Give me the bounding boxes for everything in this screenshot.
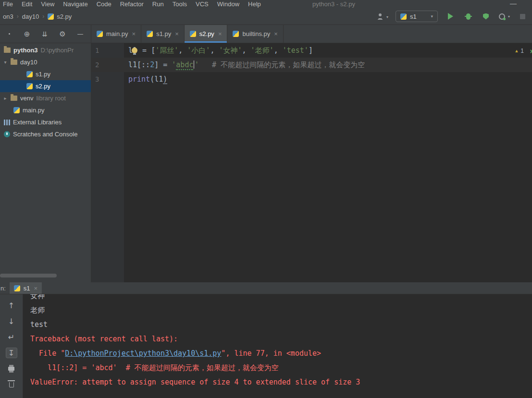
- close-highlight-icon[interactable]: ×: [530, 48, 532, 55]
- code-line[interactable]: 2l1[::2] = 'abdc' # 不能超过间隔的元素，如果超过，就会变为空: [91, 58, 532, 72]
- trash-button[interactable]: [7, 379, 16, 390]
- tree-item-python3[interactable]: python3D:\pythonPr: [0, 44, 91, 56]
- stop-button[interactable]: [518, 11, 527, 22]
- inspections-widget[interactable]: ▲ 1: [514, 48, 524, 54]
- close-icon[interactable]: ×: [175, 30, 179, 37]
- tab-s1-py[interactable]: s1.py×: [141, 25, 185, 43]
- tree-item-label: Scratches and Console: [13, 131, 77, 138]
- text-segment: ,: [178, 46, 187, 55]
- run-config-select[interactable]: s1 ▾: [396, 11, 438, 22]
- close-icon[interactable]: ×: [274, 30, 278, 37]
- lightbulb-icon[interactable]: [132, 48, 137, 53]
- text-segment: '老师': [251, 46, 274, 55]
- run-button[interactable]: [445, 11, 455, 22]
- coverage-button[interactable]: [481, 11, 491, 22]
- menu-refactor[interactable]: Refactor: [116, 0, 148, 8]
- editor[interactable]: 1l1 = ['屌丝', '小白', '女神', '老师', 'test']2l…: [91, 43, 532, 282]
- text-segment: ,: [242, 46, 251, 55]
- text-segment: ", line 77, in <module>: [221, 349, 321, 358]
- tree-item-suffix: library root: [36, 95, 65, 102]
- menu-vcs[interactable]: VCS: [191, 0, 213, 8]
- breadcrumb-item[interactable]: day10: [20, 12, 41, 21]
- tree-item-scratches-and-console[interactable]: Scratches and Console: [0, 128, 91, 140]
- menu-help[interactable]: Help: [244, 0, 265, 8]
- menu-bar: FileEditViewNavigateCodeRefactorRunTools…: [0, 0, 532, 8]
- soft-wrap-button[interactable]: [7, 332, 16, 342]
- console-toolbar: [0, 294, 23, 398]
- user-button[interactable]: [377, 11, 388, 22]
- collapse-all-icon: [42, 30, 48, 38]
- console-line: File "D:\pythonProject\python3\day10\s1.…: [30, 346, 532, 361]
- arrow-down-icon: [8, 317, 14, 326]
- collapse-all-button[interactable]: [40, 29, 49, 39]
- menu-items: FileEditViewNavigateCodeRefactorRunTools…: [0, 0, 265, 8]
- hide-button[interactable]: [75, 29, 85, 39]
- menu-edit[interactable]: Edit: [17, 0, 37, 8]
- text-segment: 2: [150, 60, 154, 69]
- arrow-down-button[interactable]: [7, 316, 16, 326]
- console-line: 老师: [30, 303, 532, 317]
- tree-item-label: s2.py: [36, 83, 50, 90]
- tree-item-day10[interactable]: ▾day10: [0, 56, 91, 68]
- tab-main-py[interactable]: main.py×: [91, 25, 141, 43]
- line-number: 2: [91, 58, 124, 72]
- tab-s2-py[interactable]: s2.py×: [185, 25, 228, 43]
- warning-icon: ▲: [514, 48, 519, 53]
- tree-item-s1-py[interactable]: s1.py: [0, 68, 91, 80]
- console-line: test: [30, 317, 532, 332]
- text-segment: ValueError: attempt to assign sequence o…: [30, 378, 360, 386]
- arrow-up-button[interactable]: [7, 300, 16, 311]
- close-icon[interactable]: ×: [34, 285, 38, 292]
- breadcrumb-item[interactable]: on3: [0, 12, 16, 21]
- folder-icon: [11, 60, 17, 65]
- horizontal-scrollbar[interactable]: [0, 274, 57, 277]
- breadcrumb-item[interactable]: s2.py: [45, 12, 74, 21]
- menu-file[interactable]: File: [0, 0, 17, 8]
- folder-icon: [4, 48, 11, 53]
- tree-item-main-py[interactable]: main.py: [0, 104, 91, 116]
- profiler-button[interactable]: [499, 11, 509, 22]
- code-line[interactable]: 3print(l1): [91, 72, 532, 86]
- chevron-down-icon[interactable]: ▾: [3, 60, 8, 65]
- close-icon[interactable]: ×: [132, 30, 136, 37]
- python-icon: [400, 13, 407, 20]
- locate-icon: [24, 30, 30, 38]
- menu-code[interactable]: Code: [92, 0, 116, 8]
- menu-navigate[interactable]: Navigate: [59, 0, 92, 8]
- tree-item-external-libraries[interactable]: External Libraries: [0, 116, 91, 128]
- text-segment: '女神': [219, 46, 242, 55]
- text-segment: (l1: [150, 75, 163, 84]
- settings-button[interactable]: [58, 29, 67, 39]
- hide-icon: [77, 30, 84, 37]
- tree-item-label: python3: [13, 47, 38, 54]
- print-button[interactable]: [7, 363, 16, 374]
- chevron-right-icon[interactable]: ▸: [3, 96, 8, 101]
- text-segment: # 不能超过间隔的元素，如果超过，就会变为空: [212, 60, 365, 69]
- scroll-end-button[interactable]: [6, 348, 17, 358]
- run-panel-tabs: n: s1 ×: [0, 282, 532, 294]
- locate-button[interactable]: [22, 29, 32, 39]
- menu-tools[interactable]: Tools: [168, 0, 191, 8]
- dot-button[interactable]: [4, 29, 14, 39]
- text-segment: 老师: [30, 306, 45, 314]
- breadcrumb-separator: ›: [42, 13, 45, 20]
- libs-icon: [4, 120, 10, 125]
- menu-window[interactable]: Window: [213, 0, 244, 8]
- close-icon[interactable]: ×: [218, 30, 222, 37]
- menu-view[interactable]: View: [37, 0, 59, 8]
- debug-button[interactable]: [463, 11, 473, 22]
- tab-builtins-py[interactable]: builtins.py×: [227, 25, 283, 43]
- code-line[interactable]: 1l1 = ['屌丝', '小白', '女神', '老师', 'test']: [91, 43, 532, 58]
- breadcrumb-label: day10: [22, 13, 39, 20]
- run-tab[interactable]: s1 ×: [10, 282, 42, 294]
- minimize-button[interactable]: —: [510, 0, 517, 7]
- tree-item-venv[interactable]: ▸venvlibrary root: [0, 92, 91, 104]
- traceback-file-link[interactable]: D:\pythonProject\python3\day10\s1.py: [65, 349, 221, 358]
- user-icon: [377, 13, 384, 20]
- text-segment: ): [163, 75, 167, 84]
- code-text: l1[::2] = 'abdc' # 不能超过间隔的元素，如果超过，就会变为空: [124, 58, 532, 72]
- tab-label: builtins.py: [242, 30, 270, 37]
- console-line: ValueError: attempt to assign sequence o…: [30, 375, 532, 389]
- tree-item-s2-py[interactable]: s2.py: [0, 80, 91, 92]
- menu-run[interactable]: Run: [148, 0, 168, 8]
